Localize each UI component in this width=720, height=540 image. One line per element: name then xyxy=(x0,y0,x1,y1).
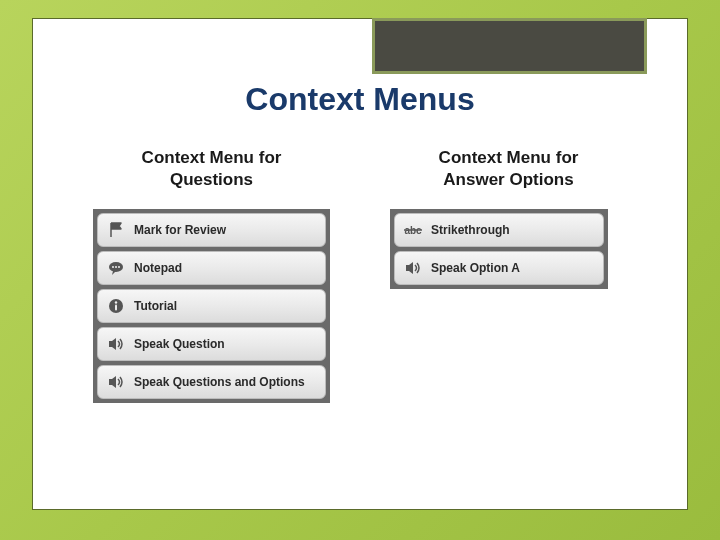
menu-item-speak-option-a[interactable]: Speak Option A xyxy=(394,251,604,285)
column-answer-options-heading: Context Menu for Answer Options xyxy=(390,147,627,191)
menu-item-label: Mark for Review xyxy=(134,223,226,237)
menu-item-label: Speak Question xyxy=(134,337,225,351)
svg-point-3 xyxy=(118,266,120,268)
columns: Context Menu for Questions Mark for Revi… xyxy=(93,147,627,489)
context-menu-questions: Mark for Review Notepad Tutorial xyxy=(93,209,330,403)
menu-item-label: Speak Questions and Options xyxy=(134,375,305,389)
speaker-icon xyxy=(106,334,126,354)
slide-title: Context Menus xyxy=(33,81,687,118)
context-menu-answer-options: abc Strikethrough Speak Option A xyxy=(390,209,608,289)
speaker-icon xyxy=(106,372,126,392)
accent-box xyxy=(372,18,647,74)
menu-item-tutorial[interactable]: Tutorial xyxy=(97,289,326,323)
column-answer-options: Context Menu for Answer Options abc Stri… xyxy=(390,147,627,489)
menu-item-notepad[interactable]: Notepad xyxy=(97,251,326,285)
heading-line: Questions xyxy=(170,170,253,189)
column-questions: Context Menu for Questions Mark for Revi… xyxy=(93,147,330,489)
menu-item-strikethrough[interactable]: abc Strikethrough xyxy=(394,213,604,247)
menu-item-mark-for-review[interactable]: Mark for Review xyxy=(97,213,326,247)
column-questions-heading: Context Menu for Questions xyxy=(93,147,330,191)
menu-item-label: Tutorial xyxy=(134,299,177,313)
menu-item-label: Strikethrough xyxy=(431,223,510,237)
speaker-icon xyxy=(403,258,423,278)
menu-item-label: Notepad xyxy=(134,261,182,275)
heading-line: Context Menu for xyxy=(142,148,282,167)
menu-item-label: Speak Option A xyxy=(431,261,520,275)
menu-item-speak-question[interactable]: Speak Question xyxy=(97,327,326,361)
slide-frame: Context Menus Context Menu for Questions… xyxy=(32,18,688,510)
svg-point-5 xyxy=(115,301,117,303)
flag-icon xyxy=(106,220,126,240)
strikethrough-icon: abc xyxy=(403,220,423,240)
heading-line: Context Menu for xyxy=(439,148,579,167)
menu-item-speak-questions-and-options[interactable]: Speak Questions and Options xyxy=(97,365,326,399)
info-icon xyxy=(106,296,126,316)
heading-line: Answer Options xyxy=(443,170,573,189)
svg-point-1 xyxy=(112,266,114,268)
speech-icon xyxy=(106,258,126,278)
svg-point-2 xyxy=(115,266,117,268)
svg-rect-6 xyxy=(115,305,117,311)
